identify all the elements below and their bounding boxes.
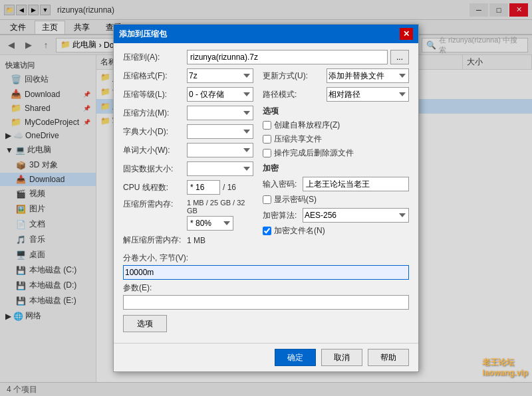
compress-to-label: 压缩到(A): — [123, 52, 183, 63]
enter-pwd-row: 输入密码: — [263, 177, 409, 191]
decomp-value: 1 MB — [187, 236, 205, 245]
update-select[interactable]: 添加并替换文件 — [327, 68, 409, 83]
cb-compress-shared[interactable] — [263, 135, 271, 144]
update-label: 更新方式(U): — [263, 70, 323, 82]
window: 📁 ◀ ▶ ▼ rizunya(rizunna) ─ □ ✕ 文件 主页 共享 … — [0, 0, 532, 396]
compress-dialog: 添加到压缩包 ✕ 压缩到(A): ... — [113, 24, 419, 372]
params-section: 参数(E): — [123, 282, 409, 310]
show-pwd-checkbox[interactable] — [263, 195, 271, 204]
browse-button[interactable]: ... — [390, 50, 409, 64]
help-button[interactable]: 帮助 — [368, 349, 409, 366]
options-section-label: 选项 — [263, 106, 409, 117]
options-button[interactable]: 选项 — [123, 315, 167, 332]
format-row: 压缩格式(F): 7z — [123, 68, 253, 83]
cpu-input-group: / 16 — [187, 180, 236, 195]
dict-row: 字典大小(D): — [123, 124, 253, 139]
right-column: 更新方式(U): 添加并替换文件 路径模式: 相对路径 — [263, 68, 409, 250]
options-btn-row: 选项 — [123, 315, 409, 332]
method-select[interactable] — [187, 106, 253, 120]
method-label: 压缩方法(M): — [123, 108, 183, 119]
dialog-title-bar: 添加到压缩包 ✕ — [114, 25, 418, 43]
encrypt-names-checkbox[interactable] — [263, 227, 271, 235]
encrypt-section: 加密 输入密码: 显示密码(S) 加密算法: — [263, 163, 409, 237]
algo-select[interactable]: AES-256 — [303, 208, 409, 223]
level-row: 压缩等级(L): 0 - 仅存储 — [123, 87, 253, 102]
format-label: 压缩格式(F): — [123, 70, 183, 82]
mem-label: 压缩所需内存: — [123, 199, 183, 210]
mem-percent-select[interactable]: * 80% — [187, 216, 233, 231]
dialog-title: 添加到压缩包 — [119, 29, 167, 40]
compress-to-input[interactable] — [187, 50, 388, 64]
cb-delete-after-row: 操作完成后删除源文件 — [263, 148, 409, 159]
mem-values: 1 MB / 25 GB / 32 GB * 80% — [187, 199, 253, 231]
enter-pwd-label: 输入密码: — [263, 179, 300, 190]
cb-create-self-label[interactable]: 创建自释放程序(Z) — [274, 120, 340, 131]
dialog-overlay: 添加到压缩包 ✕ 压缩到(A): ... — [0, 0, 532, 396]
word-row: 单词大小(W): — [123, 143, 253, 157]
path-label: 路径模式: — [263, 89, 323, 100]
algo-label: 加密算法: — [263, 210, 300, 221]
seg-label: 分卷大小, 字节(V): — [123, 252, 409, 264]
update-row: 更新方式(U): 添加并替换文件 — [263, 68, 409, 83]
dict-label: 字典大小(D): — [123, 126, 183, 138]
solid-row: 固实数据大小: — [123, 161, 253, 176]
level-label: 压缩等级(L): — [123, 89, 183, 100]
params-label: 参数(E): — [123, 282, 409, 294]
dialog-body: 压缩到(A): ... 压缩格式(F): 7z — [114, 43, 418, 343]
format-select[interactable]: 7z — [187, 68, 253, 83]
cb-compress-shared-label[interactable]: 压缩共享文件 — [274, 134, 322, 145]
decomp-row: 解压缩所需内存: 1 MB — [123, 235, 253, 246]
encrypt-names-label[interactable]: 加密文件名(N) — [274, 225, 325, 237]
cpu-label: CPU 线程数: — [123, 182, 183, 193]
mem-percent-row: * 80% — [187, 216, 253, 231]
password-input[interactable] — [303, 177, 409, 191]
mem-sub: 1 MB / 25 GB / 32 GB — [187, 199, 253, 215]
compress-to-row: 压缩到(A): ... — [123, 50, 409, 64]
params-input[interactable] — [123, 295, 409, 310]
ok-button[interactable]: 确定 — [275, 349, 316, 366]
decomp-label: 解压缩所需内存: — [123, 235, 183, 246]
compress-to-input-group: ... — [187, 50, 409, 64]
word-select[interactable] — [187, 143, 253, 157]
cpu-input[interactable] — [187, 180, 220, 195]
mem-row: 压缩所需内存: 1 MB / 25 GB / 32 GB * 80% — [123, 199, 253, 231]
word-label: 单词大小(W): — [123, 145, 183, 156]
algo-row: 加密算法: AES-256 — [263, 208, 409, 223]
dialog-close-button[interactable]: ✕ — [400, 28, 413, 40]
cb-compress-shared-row: 压缩共享文件 — [263, 134, 409, 145]
cancel-button[interactable]: 取消 — [321, 349, 362, 366]
level-select[interactable]: 0 - 仅存储 — [187, 87, 253, 102]
encrypt-section-label: 加密 — [263, 163, 409, 174]
cb-delete-after-label[interactable]: 操作完成后删除源文件 — [274, 148, 354, 159]
encrypt-names-row: 加密文件名(N) — [263, 225, 409, 237]
dict-select[interactable] — [187, 124, 253, 139]
show-pwd-label[interactable]: 显示密码(S) — [274, 194, 317, 205]
seg-section: 分卷大小, 字节(V): 10000m — [123, 252, 409, 280]
cpu-slash: / 16 — [223, 183, 236, 192]
cb-delete-after[interactable] — [263, 149, 271, 157]
cb-create-self[interactable] — [263, 121, 271, 130]
cb-create-self-row: 创建自释放程序(Z) — [263, 120, 409, 131]
left-column: 压缩格式(F): 7z 压缩等级(L): 0 - 仅存储 — [123, 68, 253, 250]
solid-select[interactable] — [187, 161, 253, 176]
show-pwd-row: 显示密码(S) — [263, 194, 409, 205]
two-col-section: 压缩格式(F): 7z 压缩等级(L): 0 - 仅存储 — [123, 68, 409, 250]
path-row: 路径模式: 相对路径 — [263, 87, 409, 102]
cpu-row: CPU 线程数: / 16 — [123, 180, 253, 195]
solid-label: 固实数据大小: — [123, 163, 183, 175]
dialog-footer: 确定 取消 帮助 — [114, 343, 418, 371]
seg-select[interactable]: 10000m — [123, 265, 409, 280]
path-select[interactable]: 相对路径 — [327, 87, 409, 102]
method-row: 压缩方法(M): — [123, 106, 253, 120]
